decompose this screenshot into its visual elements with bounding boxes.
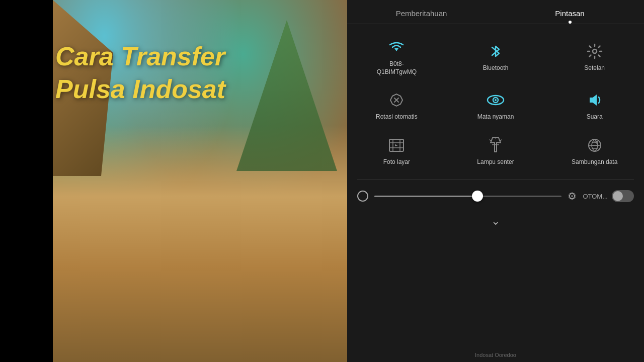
flashlight-icon bbox=[487, 136, 505, 154]
notification-shade: Pemberitahuan Pintasan B0t8- Q1BIMTgwMQ bbox=[347, 0, 644, 362]
tab-bar: Pemberitahuan Pintasan bbox=[347, 0, 644, 24]
auto-label: OTOM... bbox=[583, 193, 608, 200]
video-title: Cara Transfer Pulsa Indosat bbox=[55, 40, 342, 106]
brightness-slider[interactable] bbox=[374, 196, 561, 197]
black-bar-left bbox=[0, 0, 53, 362]
sound-icon bbox=[586, 91, 604, 109]
bluetooth-icon bbox=[487, 42, 505, 60]
screenshot-icon bbox=[387, 136, 406, 154]
auto-toggle[interactable] bbox=[612, 190, 634, 202]
qs-flashlight[interactable]: Lampu senter bbox=[446, 127, 545, 172]
qs-data-label: Sambungan data bbox=[572, 158, 617, 166]
qs-wifi[interactable]: B0t8- Q1BIMTgwMQ bbox=[347, 29, 446, 82]
qs-eye[interactable]: Mata nyaman bbox=[446, 82, 545, 127]
settings-icon bbox=[586, 42, 604, 60]
qs-bluetooth[interactable]: Bluetooth bbox=[446, 29, 545, 82]
tab-pemberitahuan[interactable]: Pemberitahuan bbox=[347, 9, 496, 24]
qs-sound-label: Suara bbox=[587, 113, 603, 121]
qs-eye-label: Mata nyaman bbox=[477, 113, 514, 121]
brightness-min-icon bbox=[357, 191, 368, 202]
status-bar-bottom: Indosat Ooredoo bbox=[347, 352, 644, 358]
qs-flashlight-label: Lampu senter bbox=[477, 158, 514, 166]
chevron-down-icon: ⌄ bbox=[491, 215, 500, 228]
qs-bluetooth-label: Bluetooth bbox=[483, 64, 509, 72]
svg-line-10 bbox=[490, 140, 491, 141]
auto-brightness-row: OTOM... bbox=[583, 190, 634, 202]
qs-data[interactable]: Sambungan data bbox=[545, 127, 644, 172]
expand-row[interactable]: ⌄ bbox=[347, 210, 644, 233]
qs-settings[interactable]: Setelan bbox=[545, 29, 644, 82]
data-icon bbox=[586, 136, 604, 154]
brightness-row: ⚙ OTOM... bbox=[347, 183, 644, 210]
eye-icon bbox=[487, 91, 505, 109]
brightness-settings-icon[interactable]: ⚙ bbox=[568, 190, 577, 202]
quick-settings-grid: B0t8- Q1BIMTgwMQ Bluetooth Setelan bbox=[347, 24, 644, 177]
slider-thumb[interactable] bbox=[472, 191, 483, 202]
video-thumbnail: Cara Transfer Pulsa Indosat bbox=[0, 0, 347, 362]
svg-point-0 bbox=[593, 49, 597, 53]
divider bbox=[357, 179, 634, 180]
svg-point-3 bbox=[495, 99, 497, 101]
qs-settings-label: Setelan bbox=[584, 64, 605, 72]
qs-screenshot-label: Foto layar bbox=[383, 158, 410, 166]
wifi-icon bbox=[387, 38, 406, 56]
toggle-thumb bbox=[613, 191, 623, 201]
qs-wifi-label: B0t8- Q1BIMTgwMQ bbox=[377, 60, 417, 76]
qs-rotate[interactable]: Rotasi otomatis bbox=[347, 82, 446, 127]
slider-fill bbox=[374, 196, 477, 197]
svg-line-11 bbox=[500, 140, 502, 141]
tab-pintasan[interactable]: Pintasan bbox=[496, 9, 644, 24]
qs-rotate-label: Rotasi otomatis bbox=[376, 113, 418, 121]
qs-screenshot[interactable]: Foto layar bbox=[347, 127, 446, 172]
rotate-icon bbox=[387, 91, 406, 109]
qs-sound[interactable]: Suara bbox=[545, 82, 644, 127]
